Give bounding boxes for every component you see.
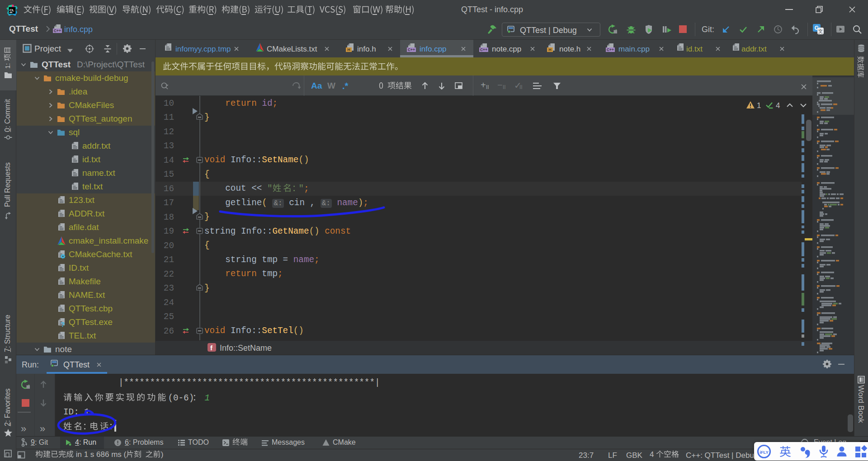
svg-text:H: H <box>347 47 350 52</box>
svg-text:C++: C++ <box>54 28 61 33</box>
svg-text:CL: CL <box>9 8 14 12</box>
svg-text:C++: C++ <box>408 47 415 52</box>
svg-text:C++: C++ <box>480 47 487 52</box>
svg-text:?: ? <box>61 321 65 328</box>
svg-text:H: H <box>548 47 552 52</box>
svg-text:C++: C++ <box>607 47 614 52</box>
svg-text:iFLY: iFLY <box>760 450 769 455</box>
